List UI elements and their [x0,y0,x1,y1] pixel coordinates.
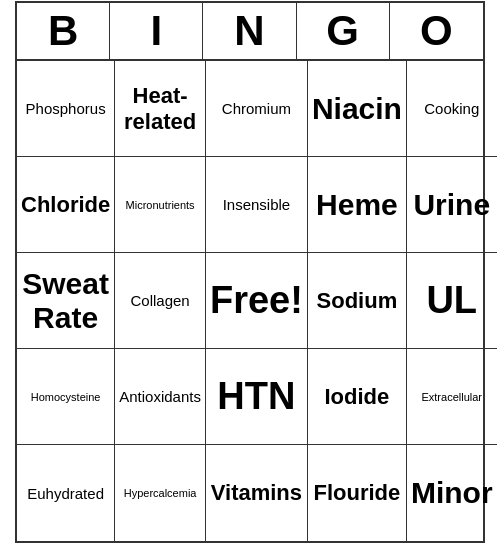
bingo-cell-12: Free! [206,253,308,349]
cell-text-15: Homocysteine [31,391,101,403]
cell-text-14: UL [426,279,477,322]
cell-text-0: Phosphorus [26,100,106,117]
bingo-cell-24: Minor [407,445,497,541]
header-letter-o: O [390,3,483,59]
cell-text-19: Extracellular [421,391,482,403]
bingo-card: BINGO PhosphorusHeat-relatedChromiumNiac… [15,1,485,543]
bingo-cell-1: Heat-related [115,61,206,157]
bingo-cell-8: Heme [308,157,407,253]
cell-text-24: Minor [411,476,493,510]
bingo-cell-17: HTN [206,349,308,445]
header-letter-b: B [17,3,110,59]
cell-text-20: Euhydrated [27,485,104,502]
bingo-cell-9: Urine [407,157,497,253]
header-letter-g: G [297,3,390,59]
bingo-cell-5: Chloride [17,157,115,253]
bingo-cell-15: Homocysteine [17,349,115,445]
bingo-cell-19: Extracellular [407,349,497,445]
bingo-cell-14: UL [407,253,497,349]
cell-text-8: Heme [316,188,398,222]
cell-text-6: Micronutrients [126,199,195,211]
bingo-cell-20: Euhydrated [17,445,115,541]
bingo-cell-10: Sweat Rate [17,253,115,349]
cell-text-18: Iodide [325,384,390,410]
cell-text-22: Vitamins [211,480,302,506]
cell-text-10: Sweat Rate [21,267,110,335]
bingo-cell-21: Hypercalcemia [115,445,206,541]
cell-text-21: Hypercalcemia [124,487,197,499]
bingo-cell-3: Niacin [308,61,407,157]
cell-text-3: Niacin [312,92,402,126]
bingo-cell-7: Insensible [206,157,308,253]
header-letter-n: N [203,3,296,59]
bingo-cell-13: Sodium [308,253,407,349]
bingo-grid: PhosphorusHeat-relatedChromiumNiacinCook… [17,61,483,541]
cell-text-5: Chloride [21,192,110,218]
cell-text-2: Chromium [222,100,291,117]
bingo-header: BINGO [17,3,483,61]
cell-text-11: Collagen [130,292,189,309]
bingo-cell-22: Vitamins [206,445,308,541]
bingo-cell-6: Micronutrients [115,157,206,253]
bingo-cell-16: Antioxidants [115,349,206,445]
cell-text-23: Flouride [314,480,401,506]
cell-text-16: Antioxidants [119,388,201,405]
cell-text-7: Insensible [223,196,291,213]
bingo-cell-11: Collagen [115,253,206,349]
bingo-cell-2: Chromium [206,61,308,157]
cell-text-4: Cooking [424,100,479,117]
cell-text-1: Heat-related [119,83,201,135]
bingo-cell-4: Cooking [407,61,497,157]
bingo-cell-18: Iodide [308,349,407,445]
bingo-cell-0: Phosphorus [17,61,115,157]
cell-text-13: Sodium [317,288,398,314]
cell-text-12: Free! [210,279,303,322]
bingo-cell-23: Flouride [308,445,407,541]
cell-text-17: HTN [217,375,295,418]
cell-text-9: Urine [413,188,490,222]
header-letter-i: I [110,3,203,59]
